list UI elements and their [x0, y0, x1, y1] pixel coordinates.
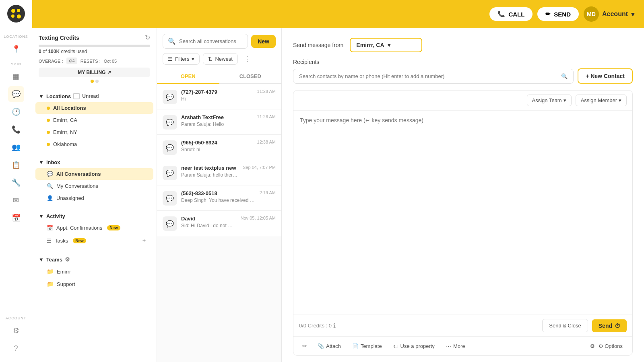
nav-icon-help[interactable]: ? — [8, 340, 24, 356]
tab-closed[interactable]: CLOSED — [219, 69, 282, 84]
send-button[interactable]: Send ⏱ — [592, 319, 627, 332]
team-folder-icon: 📁 — [47, 268, 54, 275]
send-close-button[interactable]: Send & Close — [542, 319, 588, 332]
conversation-item[interactable]: 💬 (965)-050-8924 Shruti: hi 12:38 AM — [157, 135, 281, 160]
billing-button[interactable]: MY BILLING ↗ — [39, 68, 150, 77]
send-button[interactable]: ✏ SEND — [537, 7, 579, 21]
nav-icon-clock[interactable]: 🕐 — [8, 104, 24, 120]
assign-team-button[interactable]: Assign Team ▾ — [527, 95, 572, 106]
nav-tasks[interactable]: ☰ Tasks New ＋ — [35, 234, 153, 247]
location-dot-icon — [47, 107, 50, 110]
more-options-button[interactable]: ⋮ — [241, 53, 253, 65]
from-select[interactable]: Emirrr, CA ▾ — [350, 38, 422, 52]
search-input[interactable] — [179, 38, 243, 44]
new-contact-button[interactable]: + New Contact — [578, 68, 633, 84]
overage-label: OVERAGE : — [39, 59, 63, 64]
unread-checkbox[interactable] — [73, 93, 80, 99]
resets-label: RESETS : — [80, 59, 101, 64]
activity-header[interactable]: ▼ Activity — [32, 211, 157, 222]
inbox-header[interactable]: ▼ Inbox — [32, 157, 157, 168]
attach-button[interactable]: 📎 Attach — [314, 341, 345, 351]
conv-content: Arshath TextFree Param Saluja: Hello — [181, 114, 253, 127]
nav-icon-phone[interactable]: 📞 — [8, 121, 24, 138]
nav-icon-calendar[interactable]: 📅 — [8, 210, 24, 226]
nav-icon-location[interactable]: 📍 — [8, 41, 24, 57]
collapse-icon: ▼ — [39, 93, 44, 99]
compose-area: Assign Team ▾ Assign Member ▾ 0/0 — [293, 90, 633, 356]
search-box[interactable]: 🔍 — [163, 34, 248, 49]
newest-button[interactable]: ⇅ Newest — [203, 53, 237, 65]
conversations-header: 🔍 New ☰ Filters ▾ ⇅ Newest ⋮ — [157, 28, 281, 69]
compose-footer: 0/0 Credits : 0 ℹ Send & Close Send ⏱ — [293, 315, 632, 336]
chevron-down-icon: ▾ — [619, 97, 621, 103]
account-section-label: ACCOUNT — [6, 316, 27, 320]
new-button[interactable]: New — [251, 35, 276, 48]
conversation-item[interactable]: 💬 David Sid: Hi David I do not mean to b… — [157, 211, 281, 236]
nav-icon-contacts[interactable]: 👥 — [8, 139, 24, 155]
my-conversations-icon: 🔍 — [47, 183, 53, 189]
left-panel: Texting Credits ↻ 0 of 100K credits used… — [32, 28, 157, 362]
nav-my-conversations[interactable]: 🔍 My Conversations — [35, 180, 153, 192]
teams-gear-icon[interactable]: ⚙ — [65, 256, 70, 263]
nav-all-conversations[interactable]: 💬 All Conversations — [35, 168, 153, 180]
locations-header[interactable]: ▼ Locations Unread — [32, 90, 157, 102]
nav-emirrr-ca[interactable]: Emirrr, CA — [35, 114, 153, 126]
edit-button[interactable]: ✏ — [299, 341, 310, 351]
recipients-label: Recipients — [293, 59, 633, 65]
overage-row: OVERAGE : ⊘4 RESETS : Oct 05 — [39, 58, 150, 64]
conv-preview: Hi — [181, 96, 253, 102]
conversation-item[interactable]: 💬 Arshath TextFree Param Saluja: Hello 1… — [157, 109, 281, 135]
template-button[interactable]: 📄 Template — [348, 341, 386, 351]
nav-oklahoma[interactable]: Oklahoma — [35, 138, 153, 150]
conversation-item[interactable]: 💬 (562)-833-0518 Deep Singh: You have re… — [157, 185, 281, 211]
nav-icon-dashboard[interactable]: ▦ — [8, 68, 24, 84]
nav-icon-settings[interactable]: ⚙ — [8, 323, 24, 339]
tab-open[interactable]: OPEN — [157, 69, 219, 84]
nav-unassigned[interactable]: 👤 Unassigned — [35, 192, 153, 204]
options-button[interactable]: ⚙ ⚙ Options — [586, 341, 627, 351]
recipients-search-input[interactable] — [299, 73, 561, 79]
refresh-icon[interactable]: ↻ — [145, 34, 150, 41]
from-value: Emirrr, CA — [356, 42, 384, 48]
conv-item-right: 11:28 AM — [257, 89, 276, 94]
nav-icon-reports[interactable]: 📋 — [8, 157, 24, 173]
credits-section: Texting Credits ↻ 0 of 100K credits used… — [32, 28, 157, 87]
locations-nav: ▼ Locations Unread All Locations Emirrr,… — [32, 87, 157, 154]
account-label: Account — [602, 10, 628, 18]
nav-team-emirrr[interactable]: 📁 Emirrr — [35, 265, 153, 278]
conv-content: (965)-050-8924 Shruti: hi — [181, 140, 253, 152]
header: 📞 CALL ✏ SEND MD Account ▾ — [32, 0, 644, 28]
credits-progress — [39, 45, 150, 47]
teams-header[interactable]: ▼ Teams ⚙ — [32, 254, 157, 265]
conversation-item[interactable]: 💬 neer test textplus new Param Saluja: h… — [157, 160, 281, 185]
account-button[interactable]: MD Account ▾ — [584, 6, 634, 22]
info-icon[interactable]: ℹ — [333, 322, 336, 329]
nav-icon-conversations[interactable]: 💬 — [8, 86, 24, 102]
use-property-button[interactable]: 🏷 Use a property — [389, 341, 439, 351]
nav-icon-mail[interactable]: ✉ — [8, 192, 24, 208]
appt-icon: 📅 — [47, 225, 53, 231]
call-button[interactable]: 📞 CALL — [489, 7, 533, 21]
send-from-label: Send message from — [293, 42, 343, 48]
dot-1 — [91, 80, 94, 83]
conv-preview: Sid: Hi David I do not mean to bother yo… — [181, 223, 237, 228]
nav-team-support[interactable]: 📁 Support — [35, 278, 153, 290]
message-textarea[interactable] — [293, 111, 632, 315]
filters-button[interactable]: ☰ Filters ▾ — [163, 53, 200, 65]
chevron-down-icon: ▾ — [631, 10, 634, 18]
assign-member-button[interactable]: Assign Member ▾ — [576, 95, 627, 106]
nav-emirrr-ny[interactable]: Emirrr, NY — [35, 126, 153, 138]
conversations-panel: 🔍 New ☰ Filters ▾ ⇅ Newest ⋮ — [157, 28, 282, 362]
conv-icon: 💬 — [163, 115, 177, 130]
team-folder-icon: 📁 — [47, 281, 54, 287]
credits-text: 0 of 100K credits used — [39, 49, 150, 54]
add-task-button[interactable]: ＋ — [141, 237, 147, 244]
more-button[interactable]: ⋯ More — [442, 341, 469, 351]
conv-preview: Param Saluja: hello there how are yo — [181, 172, 239, 178]
conversation-item[interactable]: 💬 (727)-287-4379 Hi 11:28 AM — [157, 84, 281, 109]
nav-all-locations[interactable]: All Locations — [35, 102, 153, 114]
nav-icon-tools[interactable]: 🔧 — [8, 175, 24, 191]
recipients-input-wrap: 🔍 — [293, 69, 574, 84]
nav-appt-confirmations[interactable]: 📅 Appt. Confirmations New — [35, 222, 153, 234]
app-logo[interactable] — [7, 5, 25, 23]
